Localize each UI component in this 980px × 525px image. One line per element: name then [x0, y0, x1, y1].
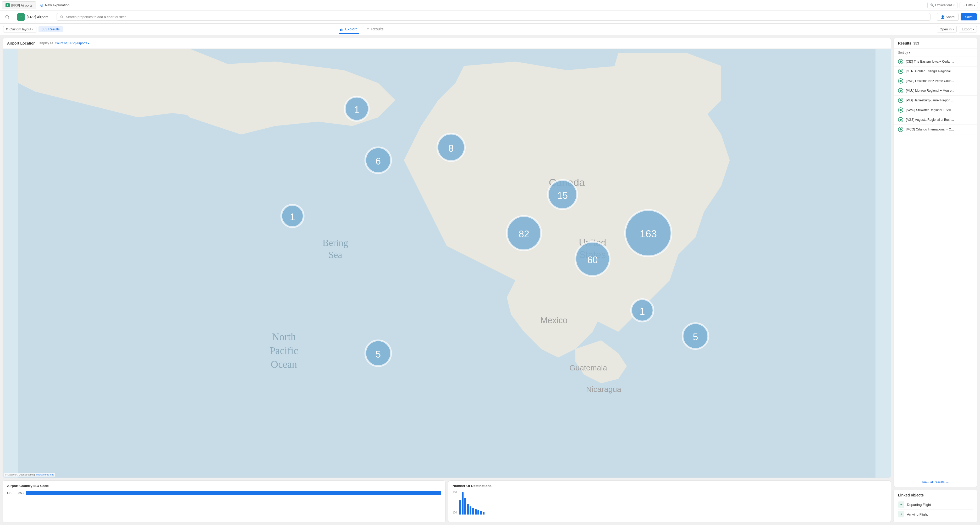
right-panel: Results 353 Sort by ▾ [CID] The Eastern …	[894, 38, 977, 522]
search-bar[interactable]	[57, 13, 931, 21]
map-svg: Bering Sea North Pacific Ocean Canada Un…	[3, 49, 891, 477]
result-item[interactable]: [MLU] Monroe Regional + Monro...	[894, 86, 977, 95]
map-section-header: Airport Location Display as Count of [FR…	[3, 38, 891, 49]
results-badge[interactable]: 353 Results	[38, 26, 63, 32]
svg-text:163: 163	[640, 228, 657, 239]
sort-dropdown[interactable]: ▾	[909, 51, 910, 54]
linked-objects-panel: Linked objects ✈ Departing Flight ✈ Arri…	[894, 490, 977, 522]
result-item[interactable]: [PIB] Hattiesburg-Laurel Region...	[894, 95, 977, 105]
result-dot-3	[898, 88, 903, 93]
open-in-chevron: ▾	[953, 28, 954, 31]
export-label: Export	[962, 27, 972, 31]
tab-results[interactable]: Results	[365, 25, 385, 34]
result-dot-6	[898, 117, 903, 123]
bar-2	[462, 492, 463, 515]
display-as-chevron: ▾	[88, 42, 89, 45]
lists-button[interactable]: ☰ Lists ▾	[959, 2, 978, 8]
bottom-charts: Airport Country ISO Code US 353 Number O…	[3, 480, 891, 522]
linked-objects-title: Linked objects	[898, 493, 973, 497]
open-in-button[interactable]: Open in ▾	[937, 26, 957, 32]
third-bar-right: Open in ▾ Export ▾	[937, 26, 977, 32]
explorations-button[interactable]: 🔍 Explorations ▾	[928, 2, 958, 8]
bar-9	[480, 511, 482, 514]
departing-flight-icon: ✈	[898, 501, 904, 508]
result-text-3: [MLU] Monroe Regional + Monro...	[906, 89, 954, 92]
global-search-button[interactable]	[3, 13, 11, 21]
display-as-dropdown[interactable]: Count of [FRP] Airports ▾	[55, 41, 89, 45]
explore-tab-label: Explore	[345, 27, 358, 31]
search-bar-icon	[60, 15, 64, 19]
view-all-link[interactable]: View all results →	[898, 480, 973, 484]
second-bar: ✈ [FRP] Airport 👤 Share Save	[0, 11, 980, 24]
save-button[interactable]: Save	[961, 13, 977, 21]
tab-new-exploration[interactable]: ⊕ New exploration	[37, 1, 73, 9]
sort-label: Sort by	[898, 51, 908, 54]
open-in-label: Open in	[940, 27, 952, 31]
bar-7	[475, 509, 477, 514]
country-bar-row: US 353	[7, 491, 441, 495]
country-bar-track	[25, 491, 441, 495]
svg-text:Guatemala: Guatemala	[570, 363, 607, 372]
share-button[interactable]: 👤 Share	[937, 13, 959, 21]
y-label-150: 150	[453, 491, 457, 494]
tab-frp-airports[interactable]: ✈ [FRP] Airports	[2, 1, 36, 9]
bar-4	[467, 504, 469, 515]
map-section: Airport Location Display as Count of [FR…	[3, 38, 891, 478]
save-label: Save	[965, 15, 973, 19]
sort-chevron: ▾	[909, 51, 910, 54]
custom-layout-button[interactable]: ⊞ Custom layout ▾	[3, 26, 37, 32]
improve-map-link[interactable]: Improve this map	[36, 473, 54, 476]
top-bar-right: 🔍 Explorations ▾ ☰ Lists ▾	[928, 2, 978, 8]
mapbox-credit: © Mapbox © OpenStreetMap	[5, 473, 35, 476]
results-header: Results 353	[894, 38, 977, 49]
results-icon	[366, 27, 370, 31]
result-dot-1	[898, 68, 903, 74]
svg-text:Pacific: Pacific	[269, 345, 298, 356]
result-item[interactable]: [GTR] Golden Triangle Regional ...	[894, 67, 977, 76]
bar-6	[472, 508, 474, 514]
svg-text:6: 6	[375, 156, 381, 167]
linked-item-departing[interactable]: ✈ Departing Flight	[898, 500, 973, 509]
export-button[interactable]: Export ▾	[959, 26, 977, 32]
svg-text:1: 1	[354, 105, 359, 115]
result-item[interactable]: [CID] The Eastern Iowa + Cedar ...	[894, 57, 977, 67]
result-item[interactable]: [SWO] Stillwater Regional + Still...	[894, 105, 977, 115]
display-as-value-label: Count of [FRP] Airports	[55, 41, 87, 45]
result-item[interactable]: [MCO] Orlando International + O...	[894, 125, 977, 134]
search-input[interactable]	[66, 15, 927, 19]
result-item[interactable]: [AGS] Augusta Regional at Bush...	[894, 115, 977, 125]
view-all-label: View all results	[922, 480, 944, 484]
main-content: Airport Location Display as Count of [FR…	[0, 35, 980, 525]
bar-3	[465, 498, 466, 514]
frp-airports-icon: ✈	[5, 3, 10, 7]
result-item[interactable]: [LWS] Lewiston Nez Perce Coun...	[894, 76, 977, 86]
display-as-label: Display as	[39, 41, 53, 45]
explorations-chevron: ▾	[953, 4, 955, 6]
result-text-2: [LWS] Lewiston Nez Perce Coun...	[906, 79, 954, 83]
svg-text:Sea: Sea	[328, 250, 342, 260]
svg-text:60: 60	[587, 255, 598, 266]
country-count: 353	[16, 491, 24, 495]
result-text-0: [CID] The Eastern Iowa + Cedar ...	[906, 60, 954, 64]
result-text-6: [AGS] Augusta Regional at Bush...	[906, 118, 954, 122]
results-panel-title: Results	[898, 41, 912, 45]
linked-item-arriving[interactable]: ✈ Arriving Flight	[898, 509, 973, 519]
third-bar: ⊞ Custom layout ▾ 353 Results Explore Re…	[0, 24, 980, 35]
center-tabs: Explore Results	[339, 25, 385, 34]
map-container[interactable]: Bering Sea North Pacific Ocean Canada Un…	[3, 49, 891, 477]
country-chart-title: Airport Country ISO Code	[7, 484, 441, 488]
sort-row: Sort by ▾	[894, 49, 977, 57]
tab-explore[interactable]: Explore	[339, 25, 358, 34]
result-text-7: [MCO] Orlando International + O...	[906, 127, 954, 131]
result-text-1: [GTR] Golden Triangle Regional ...	[906, 69, 954, 73]
result-text-5: [SWO] Stillwater Regional + Still...	[906, 108, 953, 112]
explore-icon	[340, 27, 344, 31]
svg-rect-4	[340, 29, 341, 31]
view-all[interactable]: View all results →	[894, 477, 977, 487]
export-chevron: ▾	[973, 28, 974, 31]
results-panel: Results 353 Sort by ▾ [CID] The Eastern …	[894, 38, 977, 487]
arriving-flight-icon: ✈	[898, 511, 904, 517]
svg-text:Bering: Bering	[322, 238, 348, 248]
svg-text:15: 15	[557, 190, 568, 201]
left-panel: Airport Location Display as Count of [FR…	[3, 38, 891, 522]
